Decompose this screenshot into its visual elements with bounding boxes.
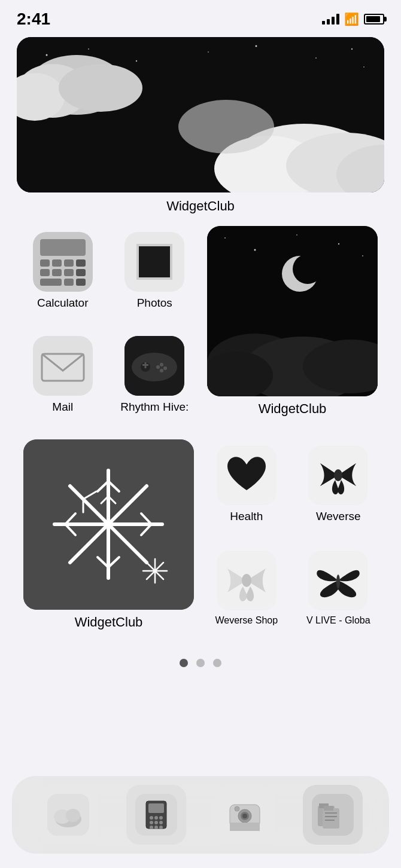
photos-label: Photos [137,297,172,310]
apps-row2-col: Health [200,439,384,647]
first-mixed-row: Calculator Photos [17,226,384,433]
svg-point-94 [154,816,158,820]
svg-rect-28 [40,279,62,286]
svg-point-1 [46,54,48,56]
status-time: 2:41 [17,10,50,29]
svg-point-51 [293,254,323,284]
svg-point-108 [235,806,239,811]
svg-rect-24 [40,269,50,276]
svg-rect-21 [52,259,62,267]
svg-rect-22 [64,259,74,267]
app-item-mail[interactable]: Mail [17,330,109,434]
svg-point-98 [159,821,163,824]
app-item-rhythmhive[interactable]: Rhythm Hive: [109,330,201,434]
weverse-label: Weverse [316,510,361,523]
dock [12,776,389,854]
rhythmhive-icon[interactable] [124,336,184,396]
svg-point-41 [163,366,167,370]
svg-rect-20 [40,259,50,267]
svg-rect-39 [145,362,147,368]
app-item-vlive[interactable]: V LIVE - Globa [293,545,385,647]
dot-1[interactable] [180,659,188,667]
top-widget-container[interactable]: WidgetClub [17,37,384,214]
svg-point-78 [154,570,157,573]
app-item-health[interactable]: Health [200,439,293,545]
dot-3[interactable] [213,659,221,667]
calculator-icon[interactable] [33,232,93,292]
weverse-icon[interactable] [308,445,368,505]
svg-point-3 [136,60,137,62]
svg-point-43 [156,365,160,369]
svg-point-2 [88,48,89,50]
health-label: Health [230,510,263,523]
svg-rect-112 [323,808,339,829]
svg-point-93 [150,816,153,820]
status-icons: 📶 [322,12,384,26]
svg-rect-32 [138,245,171,279]
svg-point-17 [178,100,274,154]
app-item-photos[interactable]: Photos [109,226,201,330]
svg-point-81 [334,469,342,481]
weverseshop-icon[interactable] [217,551,277,610]
mail-icon[interactable] [33,336,93,396]
svg-rect-29 [64,279,74,286]
photos-icon[interactable] [124,232,184,292]
svg-rect-23 [76,259,86,267]
app-item-weverseshop[interactable]: Weverse Shop [200,545,293,647]
dot-2[interactable] [196,659,205,667]
svg-point-7 [351,48,353,50]
svg-rect-113 [324,806,333,811]
mail-label: Mail [52,401,73,414]
svg-rect-25 [52,269,62,276]
svg-point-99 [150,826,153,829]
page-dots [17,659,384,667]
middle-widget[interactable] [207,226,378,396]
dock-item-camera[interactable] [215,785,275,845]
svg-rect-92 [148,803,164,813]
svg-point-71 [104,519,113,529]
svg-rect-27 [76,269,86,276]
svg-point-47 [296,234,297,236]
svg-point-95 [159,816,163,820]
vlive-icon[interactable] [308,551,368,610]
app-item-calculator[interactable]: Calculator [17,226,109,330]
status-bar: 2:41 📶 [0,0,401,31]
dock-item-phone[interactable] [126,785,186,845]
app-item-weverse[interactable]: Weverse [293,439,385,545]
svg-point-97 [154,821,158,824]
svg-point-83 [242,574,251,587]
second-mixed-row: WidgetClub Health [17,439,384,647]
snowflake-widget[interactable] [23,439,194,610]
svg-point-46 [254,249,256,251]
svg-point-5 [256,45,257,47]
middle-widget-slot: WidgetClub [200,226,384,433]
calculator-label: Calculator [37,297,89,310]
top-widget[interactable] [17,37,384,192]
svg-point-89 [66,809,80,822]
middle-widget-label: WidgetClub [259,401,327,417]
svg-point-106 [242,814,247,818]
svg-point-85 [336,574,340,589]
vlive-label: V LIVE - Globa [306,615,370,626]
svg-point-36 [132,353,177,381]
apps-row1-col: Calculator Photos [17,226,200,433]
svg-point-40 [160,363,163,366]
svg-point-49 [362,255,363,256]
wifi-icon: 📶 [344,12,359,26]
rhythmhive-label: Rhythm Hive: [120,401,189,414]
snowflake-widget-label: WidgetClub [75,615,143,630]
weverseshop-label: Weverse Shop [215,615,278,626]
svg-point-101 [159,826,163,829]
dock-item-weather[interactable] [38,785,98,845]
health-icon[interactable] [217,445,277,505]
dock-item-files[interactable] [303,785,363,845]
svg-point-42 [160,369,163,372]
svg-rect-19 [40,239,86,256]
svg-point-96 [150,821,153,824]
svg-point-8 [363,66,364,68]
signal-icon [322,14,339,25]
svg-point-12 [59,64,142,112]
svg-rect-26 [64,269,74,276]
svg-rect-30 [76,279,86,286]
svg-point-6 [315,57,317,59]
